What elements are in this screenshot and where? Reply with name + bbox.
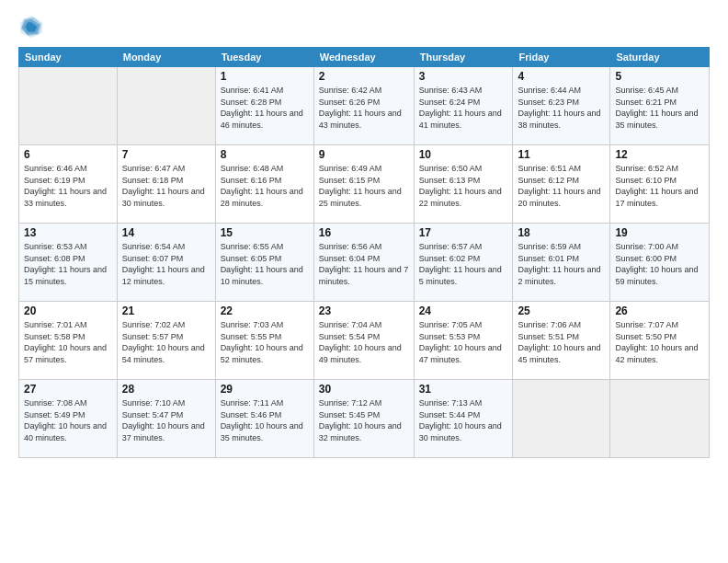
day-number: 17 (419, 226, 508, 239)
day-number: 15 (221, 226, 309, 239)
calendar-cell: 8Sunrise: 6:48 AMSunset: 6:16 PMDaylight… (215, 145, 313, 224)
day-number: 20 (24, 304, 112, 317)
day-number: 26 (615, 304, 704, 317)
header (18, 14, 710, 40)
calendar: SundayMondayTuesdayWednesdayThursdayFrid… (18, 47, 710, 458)
day-info: Sunrise: 7:08 AMSunset: 5:49 PMDaylight:… (24, 397, 112, 443)
calendar-cell (117, 67, 215, 145)
day-info: Sunrise: 6:41 AMSunset: 6:28 PMDaylight:… (221, 85, 309, 131)
day-info: Sunrise: 6:44 AMSunset: 6:23 PMDaylight:… (518, 85, 605, 131)
day-number: 24 (419, 304, 508, 317)
page: SundayMondayTuesdayWednesdayThursdayFrid… (0, 0, 728, 563)
day-info: Sunrise: 6:49 AMSunset: 6:15 PMDaylight:… (319, 163, 409, 209)
weekday-header: Thursday (414, 48, 513, 67)
day-number: 2 (319, 70, 409, 83)
calendar-cell: 30Sunrise: 7:12 AMSunset: 5:45 PMDayligh… (313, 380, 414, 458)
day-info: Sunrise: 6:45 AMSunset: 6:21 PMDaylight:… (615, 85, 704, 131)
day-number: 30 (319, 383, 409, 396)
day-number: 5 (615, 70, 704, 83)
day-info: Sunrise: 7:03 AMSunset: 5:55 PMDaylight:… (221, 319, 309, 365)
day-number: 27 (24, 383, 112, 396)
day-info: Sunrise: 6:53 AMSunset: 6:08 PMDaylight:… (24, 241, 112, 287)
calendar-cell: 10Sunrise: 6:50 AMSunset: 6:13 PMDayligh… (414, 145, 513, 224)
day-info: Sunrise: 7:13 AMSunset: 5:44 PMDaylight:… (419, 397, 508, 443)
day-info: Sunrise: 6:48 AMSunset: 6:16 PMDaylight:… (221, 163, 309, 209)
calendar-cell: 29Sunrise: 7:11 AMSunset: 5:46 PMDayligh… (215, 380, 313, 458)
day-number: 31 (419, 383, 508, 396)
day-info: Sunrise: 6:51 AMSunset: 6:12 PMDaylight:… (518, 163, 605, 209)
day-number: 10 (419, 148, 508, 161)
day-number: 8 (221, 148, 309, 161)
day-info: Sunrise: 7:00 AMSunset: 6:00 PMDaylight:… (615, 241, 704, 287)
day-info: Sunrise: 7:01 AMSunset: 5:58 PMDaylight:… (24, 319, 112, 365)
day-info: Sunrise: 6:42 AMSunset: 6:26 PMDaylight:… (319, 85, 409, 131)
calendar-cell: 6Sunrise: 6:46 AMSunset: 6:19 PMDaylight… (19, 145, 118, 224)
calendar-cell: 4Sunrise: 6:44 AMSunset: 6:23 PMDaylight… (513, 67, 610, 145)
day-number: 21 (122, 304, 210, 317)
day-info: Sunrise: 7:02 AMSunset: 5:57 PMDaylight:… (122, 319, 210, 365)
calendar-cell: 9Sunrise: 6:49 AMSunset: 6:15 PMDaylight… (313, 145, 414, 224)
day-info: Sunrise: 6:59 AMSunset: 6:01 PMDaylight:… (518, 241, 605, 287)
calendar-cell: 24Sunrise: 7:05 AMSunset: 5:53 PMDayligh… (414, 302, 513, 380)
calendar-cell: 31Sunrise: 7:13 AMSunset: 5:44 PMDayligh… (414, 380, 513, 458)
calendar-cell: 16Sunrise: 6:56 AMSunset: 6:04 PMDayligh… (313, 224, 414, 302)
day-info: Sunrise: 7:07 AMSunset: 5:50 PMDaylight:… (615, 319, 704, 365)
weekday-header: Monday (117, 48, 215, 67)
day-info: Sunrise: 6:52 AMSunset: 6:10 PMDaylight:… (615, 163, 704, 209)
calendar-cell: 15Sunrise: 6:55 AMSunset: 6:05 PMDayligh… (215, 224, 313, 302)
calendar-cell: 17Sunrise: 6:57 AMSunset: 6:02 PMDayligh… (414, 224, 513, 302)
day-info: Sunrise: 6:55 AMSunset: 6:05 PMDaylight:… (221, 241, 309, 287)
day-info: Sunrise: 7:06 AMSunset: 5:51 PMDaylight:… (518, 319, 605, 365)
calendar-cell: 19Sunrise: 7:00 AMSunset: 6:00 PMDayligh… (610, 224, 710, 302)
day-info: Sunrise: 6:54 AMSunset: 6:07 PMDaylight:… (122, 241, 210, 287)
day-info: Sunrise: 6:46 AMSunset: 6:19 PMDaylight:… (24, 163, 112, 209)
calendar-cell: 21Sunrise: 7:02 AMSunset: 5:57 PMDayligh… (117, 302, 215, 380)
day-number: 9 (319, 148, 409, 161)
logo (18, 14, 48, 40)
weekday-header: Tuesday (215, 48, 313, 67)
day-number: 29 (221, 383, 309, 396)
day-info: Sunrise: 6:56 AMSunset: 6:04 PMDaylight:… (319, 241, 409, 287)
calendar-cell: 11Sunrise: 6:51 AMSunset: 6:12 PMDayligh… (513, 145, 610, 224)
calendar-cell: 1Sunrise: 6:41 AMSunset: 6:28 PMDaylight… (215, 67, 313, 145)
day-number: 25 (518, 304, 605, 317)
calendar-cell (513, 380, 610, 458)
calendar-cell: 14Sunrise: 6:54 AMSunset: 6:07 PMDayligh… (117, 224, 215, 302)
day-info: Sunrise: 7:12 AMSunset: 5:45 PMDaylight:… (319, 397, 409, 443)
calendar-cell: 22Sunrise: 7:03 AMSunset: 5:55 PMDayligh… (215, 302, 313, 380)
calendar-cell: 12Sunrise: 6:52 AMSunset: 6:10 PMDayligh… (610, 145, 710, 224)
day-number: 13 (24, 226, 112, 239)
day-info: Sunrise: 7:10 AMSunset: 5:47 PMDaylight:… (122, 397, 210, 443)
logo-icon (18, 14, 44, 40)
day-number: 19 (615, 226, 704, 239)
calendar-cell: 13Sunrise: 6:53 AMSunset: 6:08 PMDayligh… (19, 224, 118, 302)
day-info: Sunrise: 6:50 AMSunset: 6:13 PMDaylight:… (419, 163, 508, 209)
day-number: 28 (122, 383, 210, 396)
calendar-cell (19, 67, 118, 145)
day-number: 18 (518, 226, 605, 239)
calendar-cell: 7Sunrise: 6:47 AMSunset: 6:18 PMDaylight… (117, 145, 215, 224)
day-info: Sunrise: 6:47 AMSunset: 6:18 PMDaylight:… (122, 163, 210, 209)
day-number: 12 (615, 148, 704, 161)
day-info: Sunrise: 7:05 AMSunset: 5:53 PMDaylight:… (419, 319, 508, 365)
day-number: 22 (221, 304, 309, 317)
weekday-header: Sunday (19, 48, 118, 67)
calendar-week-row: 27Sunrise: 7:08 AMSunset: 5:49 PMDayligh… (19, 380, 710, 458)
calendar-cell: 28Sunrise: 7:10 AMSunset: 5:47 PMDayligh… (117, 380, 215, 458)
day-info: Sunrise: 6:57 AMSunset: 6:02 PMDaylight:… (419, 241, 508, 287)
calendar-cell: 27Sunrise: 7:08 AMSunset: 5:49 PMDayligh… (19, 380, 118, 458)
day-number: 3 (419, 70, 508, 83)
calendar-week-row: 20Sunrise: 7:01 AMSunset: 5:58 PMDayligh… (19, 302, 710, 380)
weekday-header: Wednesday (313, 48, 414, 67)
calendar-cell: 26Sunrise: 7:07 AMSunset: 5:50 PMDayligh… (610, 302, 710, 380)
calendar-cell: 25Sunrise: 7:06 AMSunset: 5:51 PMDayligh… (513, 302, 610, 380)
calendar-cell: 23Sunrise: 7:04 AMSunset: 5:54 PMDayligh… (313, 302, 414, 380)
weekday-header: Saturday (610, 48, 710, 67)
calendar-cell: 18Sunrise: 6:59 AMSunset: 6:01 PMDayligh… (513, 224, 610, 302)
calendar-cell (610, 380, 710, 458)
weekday-header: Friday (513, 48, 610, 67)
calendar-week-row: 13Sunrise: 6:53 AMSunset: 6:08 PMDayligh… (19, 224, 710, 302)
day-number: 1 (221, 70, 309, 83)
day-info: Sunrise: 7:04 AMSunset: 5:54 PMDaylight:… (319, 319, 409, 365)
calendar-cell: 2Sunrise: 6:42 AMSunset: 6:26 PMDaylight… (313, 67, 414, 145)
